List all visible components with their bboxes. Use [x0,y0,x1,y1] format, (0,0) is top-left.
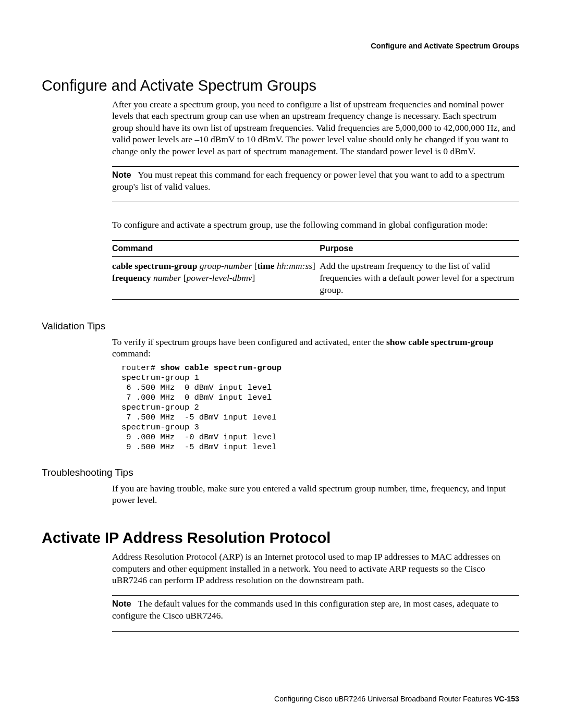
section-title-activate-arp: Activate IP Address Resolution Protocol [42,529,521,547]
note-text: The default values for the commands used… [112,598,499,621]
note: Note The default values for the commands… [112,598,519,622]
note: Note You must repeat this command for ea… [112,169,519,193]
col-header-purpose: Purpose [320,240,519,256]
rule [112,166,519,167]
subheading-troubleshooting-tips: Troubleshooting Tips [42,467,521,478]
footer-text: Configuring Cisco uBR7246 Universal Broa… [274,695,494,703]
code-block: router# show cable spectrum-group spectr… [121,363,519,452]
running-header: Configure and Activate Spectrum Groups [42,42,521,50]
paragraph: After you create a spectrum group, you n… [112,98,519,157]
paragraph: Address Resolution Protocol (ARP) is an … [112,551,519,586]
page-number: VC-153 [494,695,519,703]
rule [112,595,519,596]
table-row: cable spectrum-group group-number [time … [112,257,519,299]
col-header-command: Command [112,240,320,256]
note-label: Note [112,599,131,608]
note-label: Note [112,170,131,179]
subheading-validation-tips: Validation Tips [42,320,521,332]
page-footer: Configuring Cisco uBR7246 Universal Broa… [274,695,519,703]
section-title-configure: Configure and Activate Spectrum Groups [42,77,521,94]
paragraph: To configure and activate a spectrum gro… [112,219,519,230]
rule [112,631,519,632]
paragraph: To verify if spectrum groups have been c… [112,336,519,360]
command-table: Command Purpose cable spectrum-group gro… [112,240,519,300]
cell-purpose: Add the upstream frequency to the list o… [320,257,519,299]
rule [112,202,519,202]
paragraph: If you are having trouble, make sure you… [112,483,519,506]
note-text: You must repeat this command for each fr… [112,169,505,192]
cell-command: cable spectrum-group group-number [time … [112,257,320,299]
table-header-row: Command Purpose [112,240,519,256]
